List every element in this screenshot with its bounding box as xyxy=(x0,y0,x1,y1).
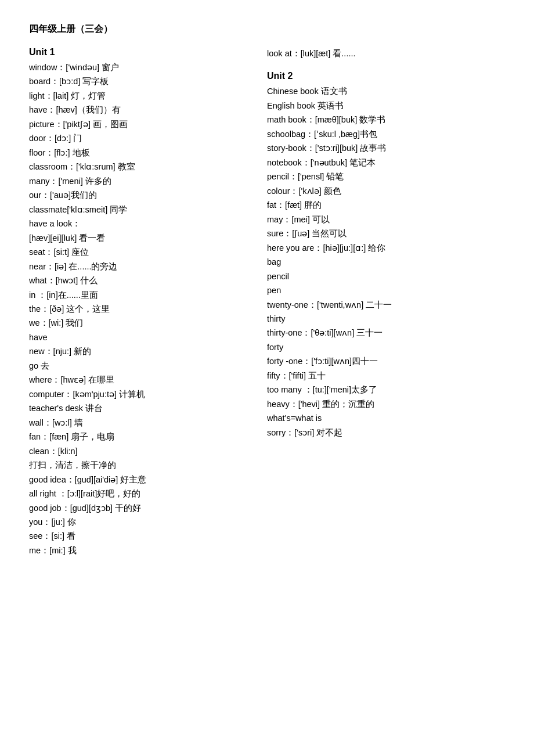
list-item: classroom：['klɑ:srum] 教室 xyxy=(29,160,255,173)
list-item: new：[nju:] 新的 xyxy=(29,345,255,358)
list-item: light：[lait] 灯，灯管 xyxy=(29,89,255,102)
list-item: notebook：['nəutbuk] 笔记本 xyxy=(267,156,493,169)
list-item: pen xyxy=(267,284,493,297)
list-item: seat：[si:t] 座位 xyxy=(29,246,255,258)
list-item: math book：[mæθ][buk] 数学书 xyxy=(267,113,493,126)
list-item: where：[hwɛə] 在哪里 xyxy=(29,373,255,386)
list-item: pencil：['pensl] 铅笔 xyxy=(267,170,493,183)
list-item: computer：[kəm'pju:tə] 计算机 xyxy=(29,388,255,401)
list-item: schoolbag：[ˈsku:l ˌbæg]书包 xyxy=(267,128,493,141)
list-item: fan：[fæn] 扇子，电扇 xyxy=(29,430,255,443)
list-item: good idea：[gud][ai'diə] 好主意 xyxy=(29,473,255,486)
list-item: teacher's desk 讲台 xyxy=(29,402,255,415)
unit2-heading: Unit 2 xyxy=(267,71,493,81)
list-item: English book 英语书 xyxy=(267,99,493,112)
list-item: see：[si:] 看 xyxy=(29,530,255,542)
unit1-heading: Unit 1 xyxy=(29,47,255,57)
list-item: clean：[kli:n] xyxy=(29,445,255,458)
list-item: classmate['klɑ:smeit] 同学 xyxy=(29,203,255,216)
list-item: too many ：[tu:]['meni]太多了 xyxy=(267,383,493,396)
list-item: here you are：[hiə][ju:][ɑ:] 给你 xyxy=(267,242,493,254)
list-item: fifty：['fifti] 五十 xyxy=(267,369,493,382)
unit1-vocab-list: window：['windəu] 窗户board：[bɔ:d] 写字板light… xyxy=(29,61,255,557)
list-item: colour：['kʌlə] 颜色 xyxy=(267,185,493,197)
list-item: twenty-one：['twenti,wʌn] 二十一 xyxy=(267,298,493,311)
list-item: our：['auə]我们的 xyxy=(29,189,255,201)
list-item: door：[dɔ:] 门 xyxy=(29,132,255,145)
page-title: 四年级上册（三会） xyxy=(29,23,505,35)
list-item: the：[ðə] 这个，这里 xyxy=(29,303,255,315)
list-item: may：[mei] 可以 xyxy=(267,213,493,226)
list-item: you：[ju:] 你 xyxy=(29,516,255,528)
unit1-column: Unit 1 window：['windəu] 窗户board：[bɔ:d] 写… xyxy=(29,47,267,558)
list-item: thirty xyxy=(267,312,493,325)
list-item: Chinese book 语文书 xyxy=(267,85,493,98)
list-item: 打扫，清洁，擦干净的 xyxy=(29,459,255,471)
list-item: window：['windəu] 窗户 xyxy=(29,61,255,74)
list-item: have a look： xyxy=(29,217,255,230)
list-item: floor：[flɔ:] 地板 xyxy=(29,146,255,159)
unit2-column: look at：[luk][æt] 看...... Unit 2 Chinese… xyxy=(267,47,505,558)
list-item: go 去 xyxy=(29,359,255,372)
list-item: many：['meni] 许多的 xyxy=(29,175,255,188)
list-item: board：[bɔ:d] 写字板 xyxy=(29,75,255,88)
list-item: we：[wi:] 我们 xyxy=(29,316,255,329)
list-item: heavy：['hevi] 重的；沉重的 xyxy=(267,398,493,411)
list-item: thirty-one：['θə:ti][wʌn] 三十一 xyxy=(267,326,493,339)
list-item: near：[iə] 在......的旁边 xyxy=(29,260,255,273)
unit2-vocab-list: Chinese book 语文书English book 英语书math boo… xyxy=(267,85,493,439)
list-item: story-book：['stɔ:ri][buk] 故事书 xyxy=(267,142,493,154)
list-item: forty xyxy=(267,341,493,354)
list-item: have：[hæv]（我们）有 xyxy=(29,103,255,116)
list-item: all right ：[ɔ:l][rait]好吧，好的 xyxy=(29,487,255,500)
list-item: wall：[wɔ:l] 墙 xyxy=(29,416,255,429)
list-item: what's=what is xyxy=(267,412,493,424)
list-item: have xyxy=(29,331,255,344)
list-item: pencil xyxy=(267,270,493,283)
list-item: in ：[in]在......里面 xyxy=(29,289,255,301)
list-item: sure：[ʃuə] 当然可以 xyxy=(267,227,493,240)
list-item: sorry：['sɔri] 对不起 xyxy=(267,426,493,439)
list-item: forty -one：['fɔ:ti][wʌn]四十一 xyxy=(267,355,493,368)
list-item: good job：[gud][dʒɔb] 干的好 xyxy=(29,502,255,514)
list-item: me：[mi:] 我 xyxy=(29,544,255,557)
list-item: picture：['piktʃə] 画，图画 xyxy=(29,118,255,131)
look-at-phrase: look at：[luk][æt] 看...... xyxy=(267,47,493,60)
list-item: bag xyxy=(267,255,493,268)
list-item: fat：[fæt] 胖的 xyxy=(267,199,493,211)
list-item: what：[hwɔt] 什么 xyxy=(29,274,255,287)
list-item: [hæv][ei][luk] 看一看 xyxy=(29,232,255,244)
